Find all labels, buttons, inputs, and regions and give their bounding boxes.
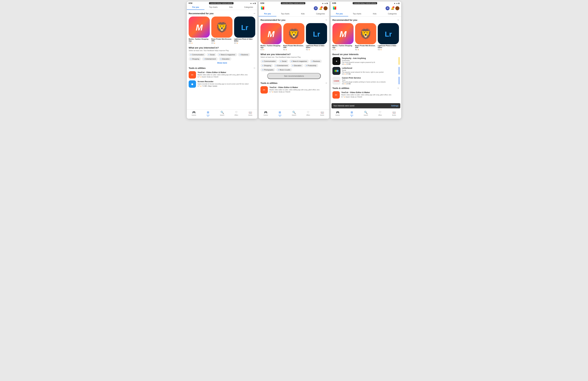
interest-chip-communication[interactable]: +Communication [189,53,206,56]
recommended-arrow[interactable]: → [325,18,328,21]
notifications-badge[interactable]: 18 [314,6,318,10]
interest-chip-social[interactable]: +Social [207,53,216,56]
app-icon-myntra: M [189,17,210,38]
svg-text:✂: ✂ [191,74,193,77]
tool-item-1[interactable]: ⏺ Screen Recorder Game recorder & Screen… [189,80,255,88]
battery-icon: ▮ [255,2,255,4]
recommended-arrow[interactable]: → [397,18,399,21]
snackbar-action-button[interactable]: Settings [391,105,399,107]
recommended-app-2[interactable]: LrLightroom Photo & Video Editor4.3 ★ [378,23,399,51]
interest-chip-education[interactable]: +Education [219,57,231,60]
nav-item-games[interactable]: 🎮Games [259,110,273,117]
tool-item-0[interactable]: ✂ YouCut - Video Editor & Maker Master v… [260,86,327,94]
nav-item-apps[interactable]: ⊞Apps [201,110,215,117]
nav-item-search[interactable]: 🔍Search [359,110,373,117]
chip-label: Communication [264,60,276,62]
tool-name: YouCut - Video Editor & Maker [198,71,255,74]
tab-kids[interactable]: Kids [294,11,312,16]
battery-icon: ▮ [327,2,328,4]
based-app-item-2[interactable]: CANON Canon Print Service Tools This pri… [333,77,399,85]
app-icon-myntra: M [260,23,282,44]
nav-icon-search: 🔍 [364,111,368,114]
nav-item-search[interactable]: 🔍Search [215,110,229,117]
based-app-item-1[interactable]: Letterboxd Social The popular social net… [333,67,399,75]
user-avatar[interactable] [324,6,328,10]
tools-arrow[interactable]: → [253,66,255,70]
chip-label: Education [294,65,301,66]
plus-icon: + [262,65,263,66]
interest-chip-photography[interactable]: +Photography [260,68,275,72]
nav-label: Books [320,114,324,116]
interest-chip-shopping[interactable]: +Shopping [260,64,273,67]
bell-badge[interactable]: 🔔 1 [319,7,322,10]
nav-label: Search [292,114,296,116]
nav-item-apps[interactable]: ⊞Apps [273,110,287,117]
interest-chip-shopping[interactable]: +Shopping [189,57,201,60]
recommended-app-1[interactable]: 🦁Brave Private Web Browser, VPN4.5 ★ [211,17,232,44]
tab-top-charts[interactable]: Top charts [348,11,366,16]
interest-chip-business[interactable]: +Business [238,53,250,56]
based-on-interests-header: Based on your interests [333,53,399,56]
chip-label: News & magazines [221,54,235,56]
tool-info: YouCut - Video Editor & Maker Master vid… [269,86,327,93]
interest-chip-education[interactable]: +Education [291,64,303,67]
bell-badge[interactable]: 🔔 1 [391,7,394,10]
tab-kids[interactable]: Kids [222,5,240,10]
tools-arrow[interactable]: → [325,81,328,85]
interest-chip-business[interactable]: +Business [310,60,322,63]
nav-item-books[interactable]: 📖Books [243,110,257,117]
nav-item-search[interactable]: 🔍Search [287,110,301,117]
user-avatar[interactable] [395,6,399,10]
recommended-app-0[interactable]: MMyntra - Fashion Shopping App4.3 ★ [189,17,210,44]
recommended-arrow[interactable]: → [253,12,255,15]
show-more-button[interactable]: Show more [189,62,255,64]
tools-arrow[interactable]: → [397,86,399,90]
nav-item-offers[interactable]: ♡Offers [229,110,243,117]
app-name: Lightroom Photo & Video Editor [378,45,399,49]
svg-text:✂: ✂ [263,88,265,92]
tool-item-0[interactable]: ✂ YouCut - Video Editor & Maker Master v… [189,71,255,79]
interest-chip-social[interactable]: +Social [278,60,288,63]
interest-chip-news-&-magazines[interactable]: +News & magazines [289,60,309,63]
based-app-item-0[interactable]: ✦ Perplexity - Ask Anything Productivity… [333,57,399,65]
interest-chip-entertainment[interactable]: +Entertainment [274,64,290,67]
nav-item-games[interactable]: 🎮Games [331,110,345,117]
tool-item-0[interactable]: ✂ YouCut - Video Editor & Maker Master v… [333,91,399,99]
tab-categories[interactable]: Categories [312,11,329,16]
tab-for-you[interactable]: For you [331,11,348,16]
tools-title: Tools & utilities [189,67,206,69]
nav-item-offers[interactable]: ♡Offers [301,110,315,117]
tab-top-charts[interactable]: Top charts [276,11,294,16]
tab-for-you[interactable]: For you [187,5,204,10]
tab-for-you[interactable]: For you [259,11,276,16]
nav-item-books[interactable]: 📖Books [387,110,401,117]
bottom-nav: 🎮Games⊞Apps🔍Search♡Offers📖Books [187,109,257,119]
recommended-app-1[interactable]: 🦁Brave Private Web Browser, VPN4.5 ★ [283,23,304,51]
tab-kids[interactable]: Kids [366,11,383,16]
nav-item-games[interactable]: 🎮Games [187,110,201,117]
app-header: 18 🔔 1 [331,5,401,11]
app-icon-lr: Lr [306,23,327,44]
wifi-icon: ▲ [252,2,254,4]
nav-item-offers[interactable]: ♡Offers [373,110,387,117]
tab-categories[interactable]: Categories [384,11,401,16]
recommended-app-0[interactable]: MMyntra - Fashion Shopping App4.3 ★ [333,23,354,51]
nav-item-apps[interactable]: ⊞Apps [345,110,359,117]
interest-chip-productivity[interactable]: +Productivity [304,64,318,67]
nav-label: Games [335,114,340,116]
nav-item-books[interactable]: 📖Books [315,110,329,117]
recommended-app-2[interactable]: LrLightroom Photo & Video Editor4.3 ★ [234,17,255,44]
recommended-app-1[interactable]: 🦁Brave Private Web Browser, VPN4.5 ★ [355,23,376,51]
tab-categories[interactable]: Categories [240,5,257,10]
interest-chip-communication[interactable]: +Communication [260,60,277,63]
chip-label: Communication [192,54,204,56]
see-recommendations-button[interactable]: See recommendations [267,73,321,79]
interest-chip-news-&-magazines[interactable]: +News & magazines [217,53,237,56]
notifications-badge[interactable]: 18 [386,6,390,10]
interest-chip-entertainment[interactable]: +Entertainment [202,57,218,60]
recommended-app-0[interactable]: MMyntra - Fashion Shopping App4.3 ★ [260,23,282,51]
interest-chip-music-&-audio[interactable]: +Music & audio [276,68,292,72]
tab-top-charts[interactable]: Top charts [204,5,222,10]
recommended-app-2[interactable]: LrLightroom Photo & Video Editor4.3 ★ [306,23,327,51]
header-icons: 18 🔔 1 [386,6,399,10]
